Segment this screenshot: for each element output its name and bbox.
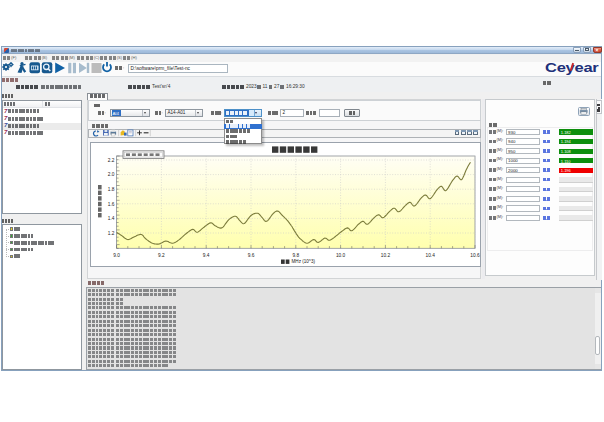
svg-text:9.6: 9.6 — [248, 253, 255, 258]
svg-text:2.2: 2.2 — [108, 158, 115, 163]
svg-text:9.0: 9.0 — [113, 253, 120, 258]
svg-text:10.4: 10.4 — [426, 253, 436, 258]
svg-text:1.8: 1.8 — [108, 187, 115, 192]
svg-text:10.2: 10.2 — [381, 253, 391, 258]
svg-text:MHz (10^3): MHz (10^3) — [292, 259, 316, 264]
svg-text:2.0: 2.0 — [108, 172, 115, 177]
svg-text:10.6: 10.6 — [470, 253, 480, 258]
svg-text:1.4: 1.4 — [108, 216, 115, 221]
svg-text:1.6: 1.6 — [108, 202, 115, 207]
svg-text:9.8: 9.8 — [292, 253, 299, 258]
svg-text:9.4: 9.4 — [203, 253, 210, 258]
svg-text:10.0: 10.0 — [336, 253, 346, 258]
svg-text:9.2: 9.2 — [158, 253, 165, 258]
svg-text:1.2: 1.2 — [108, 231, 115, 236]
